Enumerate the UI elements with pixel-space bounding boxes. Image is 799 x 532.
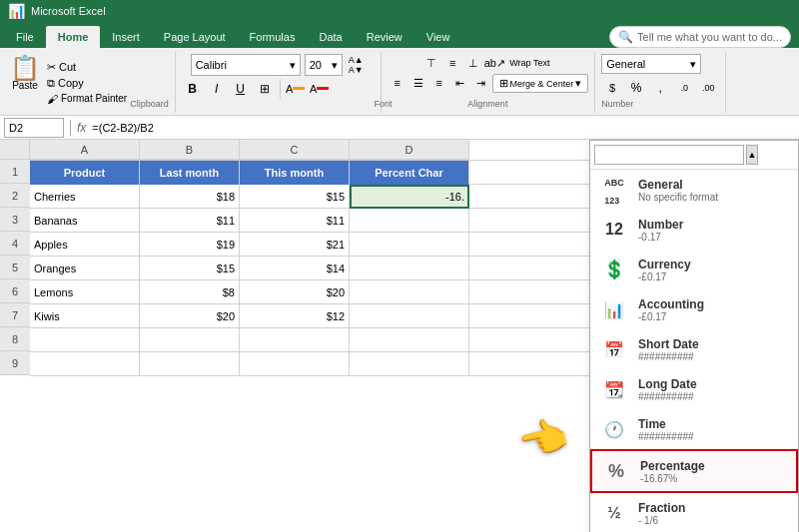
format-item-accounting[interactable]: 📊Accounting-£0.17 xyxy=(590,289,798,329)
grid-cell-r6-c2[interactable] xyxy=(240,328,350,352)
grid-cell-r0-c0[interactable]: Cherries xyxy=(30,185,140,209)
col-header-B[interactable]: B xyxy=(140,140,240,160)
tab-data[interactable]: Data xyxy=(307,26,354,48)
col-header-D[interactable]: D xyxy=(350,140,469,160)
tell-me-input[interactable]: 🔍 Tell me what you want to do... xyxy=(609,26,791,48)
increase-font-button[interactable]: A▲ xyxy=(347,55,366,65)
number-format-selector[interactable]: General ▾ xyxy=(601,54,701,74)
row-header-8[interactable]: 8 xyxy=(0,327,30,351)
increase-indent-button[interactable]: ⇥ xyxy=(471,74,491,92)
accounting-format-button[interactable]: $ xyxy=(601,77,623,99)
header-cell-3[interactable]: Percent Char xyxy=(350,161,469,185)
format-search-input[interactable] xyxy=(594,145,744,165)
font-name-selector[interactable]: Calibri ▾ xyxy=(191,54,301,76)
row-header-2[interactable]: 2 xyxy=(0,184,30,208)
angle-text-button[interactable]: ab↗ xyxy=(484,54,504,72)
align-middle-button[interactable]: ≡ xyxy=(442,54,462,72)
grid-cell-r2-c0[interactable]: Apples xyxy=(30,233,140,257)
grid-cell-r2-c2[interactable]: $21 xyxy=(240,233,350,257)
format-item-short-date[interactable]: 📅Short Date########## xyxy=(590,329,798,369)
cut-button[interactable]: ✂ Cut xyxy=(44,60,130,75)
format-item-percentage[interactable]: %Percentage-16.67% xyxy=(590,449,798,493)
grid-cell-r1-c3[interactable] xyxy=(350,209,469,233)
col-header-C[interactable]: C xyxy=(240,140,350,160)
grid-cell-r7-c2[interactable] xyxy=(240,352,350,376)
format-item-fraction[interactable]: ½Fraction- 1/6 xyxy=(590,493,798,532)
grid-cell-r1-c1[interactable]: $11 xyxy=(140,209,240,233)
format-item-currency[interactable]: 💲Currency-£0.17 xyxy=(590,250,798,289)
align-bottom-button[interactable]: ⊥ xyxy=(463,54,483,72)
grid-cell-r5-c2[interactable]: $12 xyxy=(240,304,350,328)
grid-cell-r0-c3[interactable]: -16. xyxy=(350,185,469,209)
align-top-button[interactable]: ⊤ xyxy=(421,54,441,72)
fill-color-button[interactable]: A xyxy=(285,78,307,100)
tab-home[interactable]: Home xyxy=(46,26,101,48)
decrease-decimal-button[interactable]: .0 xyxy=(673,77,695,99)
grid-cell-r4-c2[interactable]: $20 xyxy=(240,280,350,304)
grid-cell-r6-c1[interactable] xyxy=(140,328,240,352)
align-right-button[interactable]: ≡ xyxy=(429,74,449,92)
cell-reference[interactable]: D2 xyxy=(4,118,64,138)
grid-cell-r3-c1[interactable]: $15 xyxy=(140,257,240,280)
align-center-button[interactable]: ☰ xyxy=(408,74,428,92)
decrease-font-button[interactable]: A▼ xyxy=(347,65,366,75)
borders-button[interactable]: ⊞ xyxy=(254,78,276,100)
grid-cell-r5-c0[interactable]: Kiwis xyxy=(30,304,140,328)
grid-cell-r6-c0[interactable] xyxy=(30,328,140,352)
row-header-5[interactable]: 5 xyxy=(0,256,30,279)
percent-format-button[interactable]: % xyxy=(625,77,647,99)
format-item-number[interactable]: 12Number-0.17 xyxy=(590,210,798,250)
grid-cell-r5-c1[interactable]: $20 xyxy=(140,304,240,328)
copy-button[interactable]: ⧉ Copy xyxy=(44,76,130,91)
tab-insert[interactable]: Insert xyxy=(100,26,152,48)
wrap-text-button[interactable]: Wrap Text xyxy=(505,54,553,72)
format-painter-button[interactable]: 🖌 Format Painter xyxy=(44,92,130,106)
row-header-3[interactable]: 3 xyxy=(0,208,30,232)
align-left-button[interactable]: ≡ xyxy=(388,74,407,92)
format-item-time[interactable]: 🕐Time########## xyxy=(590,409,798,449)
grid-cell-r0-c1[interactable]: $18 xyxy=(140,185,240,209)
decrease-indent-button[interactable]: ⇤ xyxy=(450,74,470,92)
grid-cell-r2-c1[interactable]: $19 xyxy=(140,233,240,257)
grid-cell-r1-c2[interactable]: $11 xyxy=(240,209,350,233)
row-header-7[interactable]: 7 xyxy=(0,303,30,327)
formula-content[interactable]: =(C2-B2)/B2 xyxy=(92,122,795,134)
font-color-button[interactable]: A xyxy=(309,78,331,100)
grid-cell-r2-c3[interactable] xyxy=(350,233,469,257)
grid-cell-r7-c3[interactable] xyxy=(350,352,469,376)
grid-cell-r3-c3[interactable] xyxy=(350,257,469,280)
col-header-A[interactable]: A xyxy=(30,140,140,160)
row-header-6[interactable]: 6 xyxy=(0,279,30,303)
tab-file[interactable]: File xyxy=(4,26,46,48)
paste-button[interactable]: 📋 Paste xyxy=(6,54,44,111)
header-cell-1[interactable]: Last month xyxy=(140,161,240,185)
grid-cell-r4-c1[interactable]: $8 xyxy=(140,280,240,304)
row-header-1[interactable]: 1 xyxy=(0,160,30,184)
grid-cell-r4-c0[interactable]: Lemons xyxy=(30,280,140,304)
merge-center-button[interactable]: ⊞ Merge & Center ▾ xyxy=(492,74,589,93)
grid-cell-r4-c3[interactable] xyxy=(350,280,469,304)
tab-page-layout[interactable]: Page Layout xyxy=(152,26,238,48)
format-item-long-date[interactable]: 📆Long Date########## xyxy=(590,369,798,409)
tab-formulas[interactable]: Formulas xyxy=(238,26,308,48)
bold-button[interactable]: B xyxy=(182,78,204,100)
format-item-general[interactable]: ABC123GeneralNo specific format xyxy=(590,170,798,210)
grid-cell-r1-c0[interactable]: Bananas xyxy=(30,209,140,233)
grid-cell-r5-c3[interactable] xyxy=(350,304,469,328)
header-cell-2[interactable]: This month xyxy=(240,161,350,185)
grid-cell-r7-c1[interactable] xyxy=(140,352,240,376)
underline-button[interactable]: U xyxy=(230,78,252,100)
increase-decimal-button[interactable]: .00 xyxy=(697,77,719,99)
italic-button[interactable]: I xyxy=(206,78,228,100)
tab-view[interactable]: View xyxy=(414,26,462,48)
grid-cell-r3-c2[interactable]: $14 xyxy=(240,257,350,280)
grid-cell-r0-c2[interactable]: $15 xyxy=(240,185,350,209)
comma-format-button[interactable]: , xyxy=(649,77,671,99)
row-header-4[interactable]: 4 xyxy=(0,232,30,256)
grid-cell-r7-c0[interactable] xyxy=(30,352,140,376)
font-size-selector[interactable]: 20 ▾ xyxy=(305,54,343,76)
header-cell-0[interactable]: Product xyxy=(30,161,140,185)
format-scroll-up[interactable]: ▲ xyxy=(746,145,758,165)
row-header-9[interactable]: 9 xyxy=(0,351,30,375)
tab-review[interactable]: Review xyxy=(355,26,414,48)
